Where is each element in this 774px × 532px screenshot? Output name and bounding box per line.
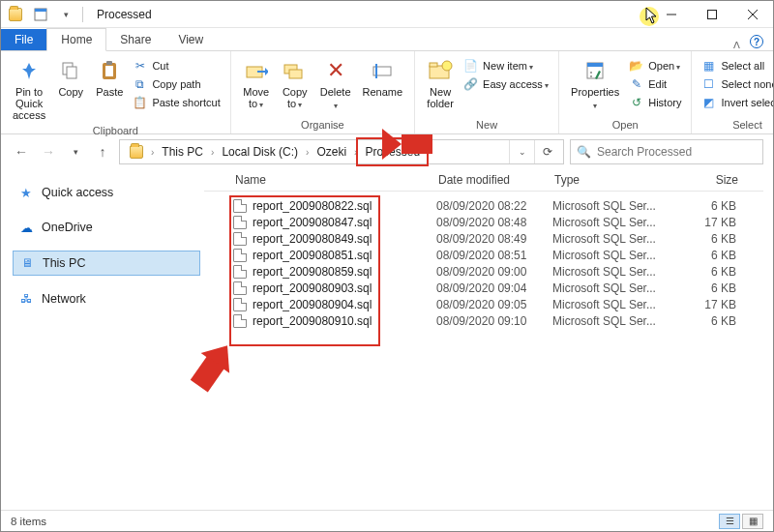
copy-path-icon: ⧉ bbox=[133, 76, 147, 91]
chevron-right-icon[interactable]: › bbox=[304, 147, 311, 158]
new-item-button[interactable]: 📄New item bbox=[461, 57, 551, 74]
address-bar[interactable]: › This PC› Local Disk (C:)› Ozeki› Proce… bbox=[119, 139, 564, 164]
qat-properties-icon[interactable] bbox=[30, 4, 51, 25]
move-to-button[interactable]: Move to bbox=[239, 55, 274, 112]
cloud-icon: ☁ bbox=[18, 220, 34, 235]
copy-to-icon bbox=[282, 57, 309, 84]
nav-recent-button[interactable]: ▾ bbox=[65, 141, 86, 163]
addr-refresh-button[interactable]: ⟳ bbox=[534, 140, 559, 163]
col-type[interactable]: Type bbox=[554, 173, 670, 187]
tab-home[interactable]: Home bbox=[46, 28, 106, 51]
svg-rect-1 bbox=[35, 9, 46, 12]
nav-back-button[interactable]: ← bbox=[11, 141, 32, 163]
open-icon: 📂 bbox=[629, 58, 643, 73]
file-type: Microsoft SQL Ser... bbox=[552, 216, 669, 229]
file-size: 17 KB bbox=[669, 298, 736, 311]
new-folder-icon bbox=[427, 57, 454, 84]
delete-button[interactable]: ✕ Delete bbox=[316, 55, 355, 113]
ribbon: Pin to Quick access Copy Paste ✂Cut ⧉Cop… bbox=[1, 51, 773, 134]
qat-folder-icon[interactable] bbox=[5, 4, 26, 25]
delete-icon: ✕ bbox=[322, 57, 349, 84]
nav-up-button[interactable]: ↑ bbox=[92, 141, 113, 163]
window-title: Processed bbox=[97, 8, 152, 21]
pin-quick-access-button[interactable]: Pin to Quick access bbox=[9, 55, 49, 123]
sidebar-item-network[interactable]: 🖧 Network bbox=[13, 287, 200, 310]
rename-button[interactable]: Rename bbox=[359, 55, 407, 100]
group-clipboard: Pin to Quick access Copy Paste ✂Cut ⧉Cop… bbox=[1, 51, 231, 133]
qat-customize-icon[interactable]: ▾ bbox=[55, 4, 76, 25]
view-icons-button[interactable]: ▦ bbox=[742, 514, 763, 529]
svg-point-18 bbox=[442, 61, 452, 71]
copy-button[interactable]: Copy bbox=[53, 55, 88, 100]
easy-access-button[interactable]: 🔗Easy access bbox=[461, 75, 551, 92]
tab-view[interactable]: View bbox=[164, 29, 217, 50]
file-icon bbox=[233, 249, 247, 262]
sidebar-item-label: Quick access bbox=[42, 186, 113, 199]
paste-icon bbox=[96, 57, 123, 84]
open-button[interactable]: 📂Open bbox=[627, 57, 683, 74]
paste-button[interactable]: Paste bbox=[92, 55, 127, 100]
file-date: 08/09/2020 09:05 bbox=[436, 298, 552, 311]
tab-share[interactable]: Share bbox=[106, 29, 164, 50]
file-icon bbox=[233, 314, 247, 328]
file-date: 08/09/2020 09:00 bbox=[436, 265, 552, 279]
move-to-icon bbox=[243, 57, 270, 84]
status-bar: 8 items ☰ ▦ bbox=[1, 510, 773, 531]
select-none-button[interactable]: ☐Select none bbox=[700, 75, 774, 92]
col-name[interactable]: Name bbox=[235, 173, 438, 187]
history-button[interactable]: ↺History bbox=[627, 94, 683, 110]
crumb-local-disk[interactable]: Local Disk (C:) bbox=[216, 140, 304, 163]
file-type: Microsoft SQL Ser... bbox=[552, 314, 669, 328]
help-icon[interactable]: ? bbox=[750, 35, 763, 48]
sidebar-item-label: Network bbox=[42, 292, 86, 306]
ribbon-collapse-icon[interactable]: ᐱ bbox=[733, 40, 740, 50]
paste-shortcut-button[interactable]: 📋Paste shortcut bbox=[131, 94, 222, 110]
file-type: Microsoft SQL Ser... bbox=[552, 281, 669, 295]
crumb-this-pc[interactable]: This PC bbox=[156, 140, 209, 163]
cut-button[interactable]: ✂Cut bbox=[131, 57, 222, 74]
crumb-ozeki[interactable]: Ozeki bbox=[311, 140, 352, 163]
file-type: Microsoft SQL Ser... bbox=[552, 232, 669, 246]
file-type: Microsoft SQL Ser... bbox=[552, 249, 669, 262]
copy-icon bbox=[57, 57, 84, 84]
svg-rect-17 bbox=[430, 63, 437, 67]
file-size: 6 KB bbox=[669, 281, 736, 295]
file-size: 17 KB bbox=[669, 216, 736, 229]
col-date[interactable]: Date modified bbox=[438, 173, 554, 187]
addr-dropdown-button[interactable]: ⌄ bbox=[509, 140, 534, 163]
select-all-icon: ▦ bbox=[701, 58, 716, 73]
group-select: ▦Select all ☐Select none ◩Invert selecti… bbox=[692, 51, 774, 133]
search-icon: 🔍 bbox=[577, 145, 591, 159]
search-box[interactable]: 🔍 Search Processed bbox=[570, 139, 763, 164]
maximize-button[interactable] bbox=[692, 1, 732, 28]
search-placeholder: Search Processed bbox=[597, 145, 692, 159]
col-size[interactable]: Size bbox=[670, 173, 738, 187]
edit-button[interactable]: ✎Edit bbox=[627, 75, 683, 92]
file-icon bbox=[233, 265, 247, 279]
star-icon: ★ bbox=[18, 185, 34, 200]
file-date: 08/09/2020 08:51 bbox=[436, 249, 552, 262]
sidebar-item-quick-access[interactable]: ★ Quick access bbox=[13, 181, 200, 204]
select-all-button[interactable]: ▦Select all bbox=[700, 57, 774, 74]
view-details-button[interactable]: ☰ bbox=[719, 514, 740, 529]
group-open: Properties 📂Open ✎Edit ↺History Open bbox=[559, 51, 692, 133]
column-headers: Name Date modified Type Size bbox=[204, 169, 763, 192]
invert-selection-button[interactable]: ◩Invert selection bbox=[700, 94, 774, 110]
chevron-right-icon[interactable]: › bbox=[352, 147, 359, 158]
copy-to-button[interactable]: Copy to bbox=[278, 55, 313, 112]
close-button[interactable] bbox=[732, 1, 773, 28]
sidebar-item-onedrive[interactable]: ☁ OneDrive bbox=[13, 216, 200, 239]
tab-file[interactable]: File bbox=[1, 29, 46, 50]
properties-button[interactable]: Properties bbox=[567, 55, 623, 113]
copy-path-button[interactable]: ⧉Copy path bbox=[131, 75, 222, 92]
new-folder-button[interactable]: New folder bbox=[423, 55, 458, 111]
svg-rect-9 bbox=[105, 66, 113, 76]
sidebar: ★ Quick access ☁ OneDrive 🖥 This PC 🖧 Ne… bbox=[1, 169, 204, 506]
nav-forward-button[interactable]: → bbox=[38, 141, 59, 163]
edit-icon: ✎ bbox=[629, 76, 643, 91]
cursor-icon bbox=[645, 7, 661, 26]
chevron-right-icon[interactable]: › bbox=[149, 147, 156, 158]
chevron-right-icon[interactable]: › bbox=[209, 147, 216, 158]
easy-access-icon: 🔗 bbox=[463, 76, 478, 91]
sidebar-item-this-pc[interactable]: 🖥 This PC bbox=[13, 251, 200, 276]
